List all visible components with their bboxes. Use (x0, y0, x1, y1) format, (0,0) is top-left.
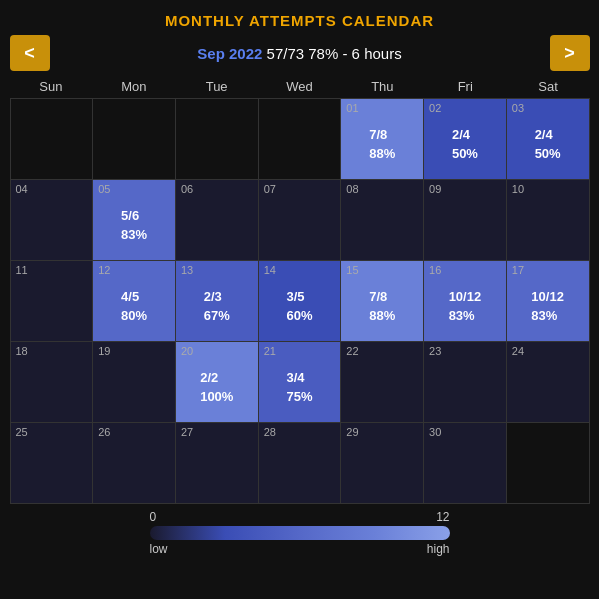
cell-date: 08 (346, 184, 358, 195)
cell-date: 30 (429, 427, 441, 438)
cell-date: 01 (346, 103, 358, 114)
month-year: Sep 2022 (197, 45, 262, 62)
cell-date: 20 (181, 346, 193, 357)
calendar-cell[interactable]: 143/560% (259, 261, 341, 341)
cell-date: 17 (512, 265, 524, 276)
calendar-cell[interactable]: 022/450% (424, 99, 506, 179)
legend-min: 0 (150, 510, 157, 524)
cell-data: 7/888% (369, 276, 395, 337)
cell-data: 5/683% (121, 195, 147, 256)
calendar-cell: 06 (176, 180, 258, 260)
calendar-cell: 26 (93, 423, 175, 503)
calendar-cell[interactable]: 213/475% (259, 342, 341, 422)
calendar-cell[interactable]: 1710/1283% (507, 261, 589, 341)
calendar-cell: 19 (93, 342, 175, 422)
cell-date: 16 (429, 265, 441, 276)
prev-button[interactable]: < (10, 35, 50, 71)
calendar-cell: 27 (176, 423, 258, 503)
calendar-cell[interactable]: 017/888% (341, 99, 423, 179)
day-header-fri: Fri (424, 77, 507, 96)
nav-summary: 57/73 78% - 6 hours (267, 45, 402, 62)
cell-date: 26 (98, 427, 110, 438)
calendar-container: SunMonTueWedThuFriSat 017/888%022/450%03… (10, 77, 590, 504)
page-title: MONTHLY ATTEMPTS CALENDAR (165, 12, 434, 29)
cell-date: 18 (16, 346, 28, 357)
legend-max: 12 (436, 510, 449, 524)
cell-date: 19 (98, 346, 110, 357)
day-headers: SunMonTueWedThuFriSat (10, 77, 590, 96)
calendar-cell (176, 99, 258, 179)
day-header-sat: Sat (507, 77, 590, 96)
calendar-cell: 30 (424, 423, 506, 503)
legend-section: 0 12 low high (10, 510, 590, 556)
calendar-cell: 18 (11, 342, 93, 422)
cell-date: 28 (264, 427, 276, 438)
cell-date: 13 (181, 265, 193, 276)
cell-data: 3/475% (286, 357, 312, 418)
cell-date: 12 (98, 265, 110, 276)
navigation-row: < Sep 2022 57/73 78% - 6 hours > (10, 35, 590, 71)
calendar-cell: 08 (341, 180, 423, 260)
cell-date: 22 (346, 346, 358, 357)
cell-data: 2/450% (452, 114, 478, 175)
calendar-cell[interactable]: 157/888% (341, 261, 423, 341)
calendar-cell: 24 (507, 342, 589, 422)
cell-data: 2/2100% (200, 357, 233, 418)
legend-bar (150, 526, 450, 540)
next-button[interactable]: > (550, 35, 590, 71)
cell-date: 06 (181, 184, 193, 195)
cell-date: 27 (181, 427, 193, 438)
calendar-cell: 11 (11, 261, 93, 341)
cell-data: 3/560% (286, 276, 312, 337)
day-header-sun: Sun (10, 77, 93, 96)
cell-date: 29 (346, 427, 358, 438)
legend-high: high (427, 542, 450, 556)
cell-date: 14 (264, 265, 276, 276)
calendar-cell: 04 (11, 180, 93, 260)
calendar-cell[interactable]: 202/2100% (176, 342, 258, 422)
calendar-cell: 09 (424, 180, 506, 260)
calendar-cell (93, 99, 175, 179)
calendar-cell (507, 423, 589, 503)
calendar-cell[interactable]: 132/367% (176, 261, 258, 341)
cell-date: 02 (429, 103, 441, 114)
cell-date: 07 (264, 184, 276, 195)
legend-labels: low high (150, 542, 450, 556)
calendar-cell[interactable]: 032/450% (507, 99, 589, 179)
cell-date: 23 (429, 346, 441, 357)
day-header-mon: Mon (92, 77, 175, 96)
calendar-cell: 22 (341, 342, 423, 422)
cell-data: 7/888% (369, 114, 395, 175)
cell-date: 03 (512, 103, 524, 114)
cell-data: 10/1283% (531, 276, 564, 337)
calendar-cell (259, 99, 341, 179)
cell-date: 15 (346, 265, 358, 276)
legend-numbers: 0 12 (150, 510, 450, 524)
cell-date: 21 (264, 346, 276, 357)
cell-date: 09 (429, 184, 441, 195)
calendar-cell[interactable]: 055/683% (93, 180, 175, 260)
nav-info: Sep 2022 57/73 78% - 6 hours (197, 45, 401, 62)
cell-date: 10 (512, 184, 524, 195)
legend-low: low (150, 542, 168, 556)
cell-date: 24 (512, 346, 524, 357)
calendar-grid: 017/888%022/450%032/450%04055/683%060708… (10, 98, 590, 504)
calendar-cell[interactable]: 1610/1283% (424, 261, 506, 341)
cell-date: 11 (16, 265, 28, 276)
cell-data: 2/367% (204, 276, 230, 337)
calendar-cell: 29 (341, 423, 423, 503)
cell-data: 10/1283% (449, 276, 482, 337)
calendar-cell[interactable]: 124/580% (93, 261, 175, 341)
cell-data: 2/450% (535, 114, 561, 175)
calendar-cell: 07 (259, 180, 341, 260)
cell-date: 25 (16, 427, 28, 438)
calendar-cell: 10 (507, 180, 589, 260)
calendar-cell (11, 99, 93, 179)
day-header-tue: Tue (175, 77, 258, 96)
cell-date: 05 (98, 184, 110, 195)
calendar-cell: 23 (424, 342, 506, 422)
day-header-thu: Thu (341, 77, 424, 96)
cell-data: 4/580% (121, 276, 147, 337)
calendar-cell: 25 (11, 423, 93, 503)
calendar-cell: 28 (259, 423, 341, 503)
